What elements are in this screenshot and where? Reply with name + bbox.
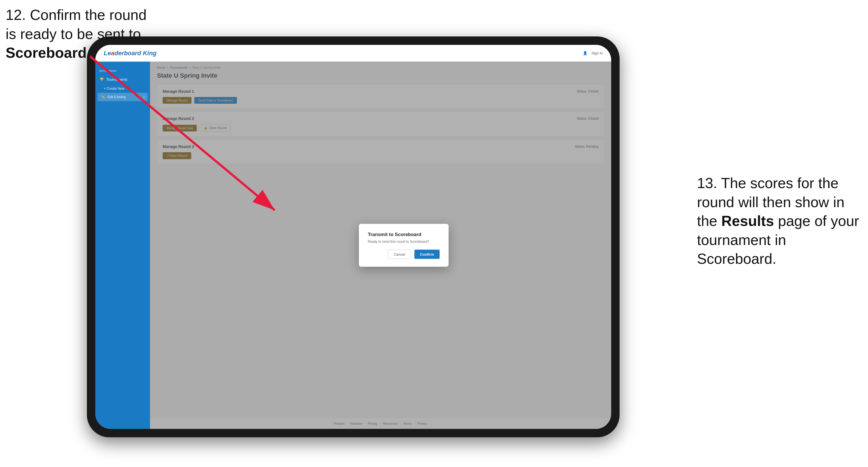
sidebar-item-create-new[interactable]: + Create New — [95, 84, 150, 93]
sign-in-button[interactable]: Sign In — [592, 51, 603, 55]
main-content: Home > Tournaments > State U Spring Invi… — [150, 62, 611, 429]
modal-cancel-button[interactable]: Cancel — [388, 250, 411, 259]
app-container: Leaderboard King 👤 Sign In MAIN MENU 🏆 — [95, 45, 611, 429]
modal-subtitle: Ready to send this round to Scoreboard? — [368, 240, 440, 244]
top-nav: Leaderboard King 👤 Sign In — [95, 45, 611, 62]
modal-title: Transmit to Scoreboard — [368, 232, 440, 238]
sidebar-tournaments-label: Tournaments — [106, 77, 127, 82]
user-icon: 👤 — [583, 51, 587, 55]
edit-existing-label: Edit Existing — [107, 95, 126, 99]
sidebar-item-tournaments[interactable]: 🏆 Tournaments — [95, 74, 150, 84]
tablet-frame: Leaderboard King 👤 Sign In MAIN MENU 🏆 — [87, 36, 620, 437]
nav-right: 👤 Sign In — [583, 51, 603, 55]
modal-buttons: Cancel Confirm — [368, 250, 440, 259]
sidebar-item-edit-existing[interactable]: ✏️ Edit Existing | — [98, 93, 148, 101]
sidebar: MAIN MENU 🏆 Tournaments + Create New ✏️ … — [95, 62, 150, 429]
modal-transmit: Transmit to Scoreboard Ready to send thi… — [359, 224, 448, 267]
annotation-right: 13. The scores for the round will then s… — [697, 174, 860, 269]
edit-icon: ✏️ — [101, 95, 105, 99]
tablet-screen: Leaderboard King 👤 Sign In MAIN MENU 🏆 — [95, 45, 611, 429]
create-new-label: + Create New — [104, 87, 124, 91]
cursor-indicator: | — [144, 95, 145, 99]
main-menu-label: MAIN MENU — [95, 67, 150, 74]
modal-confirm-button[interactable]: Confirm — [414, 250, 440, 259]
annotation-top: 12. Confirm the round is ready to be sen… — [6, 6, 147, 63]
trophy-icon: 🏆 — [99, 77, 104, 82]
main-layout: MAIN MENU 🏆 Tournaments + Create New ✏️ … — [95, 62, 611, 429]
